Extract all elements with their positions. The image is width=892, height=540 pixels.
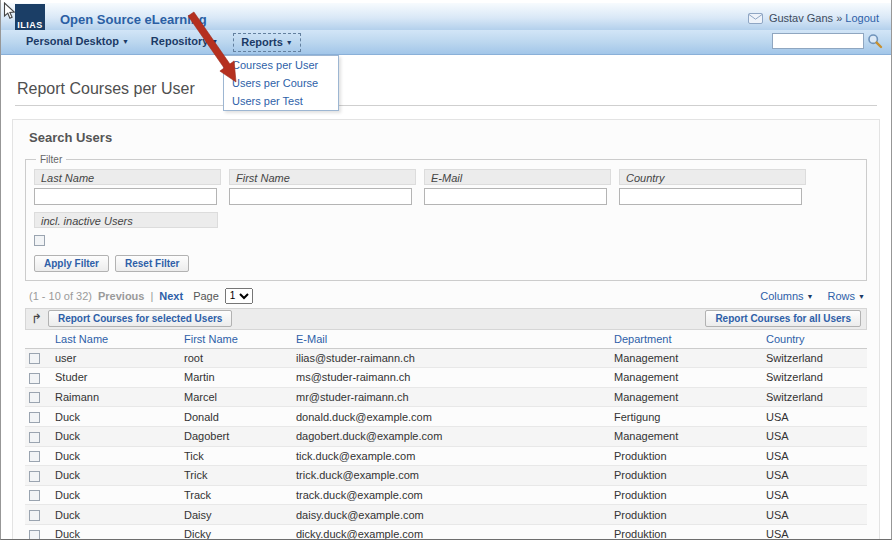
cell-email: mr@studer-raimann.ch	[292, 387, 610, 407]
row-select-checkbox[interactable]	[29, 432, 40, 443]
row-select-checkbox[interactable]	[29, 490, 40, 501]
cell-department: Produktion	[610, 485, 762, 505]
header-department[interactable]: Department	[610, 330, 762, 349]
chevron-down-icon: ▼	[286, 39, 293, 46]
header-first-name[interactable]: First Name	[180, 330, 292, 349]
table-row: Duck Tick tick.duck@example.com Produkti…	[25, 446, 867, 466]
row-select-checkbox[interactable]	[29, 392, 40, 403]
cell-email: dicky.duck@example.com	[292, 524, 610, 540]
apply-to-selected-icon: ↱	[31, 312, 42, 325]
browser-viewport: Open Source eLearning Gustav Gans » Logo…	[0, 0, 892, 540]
cell-email: dagobert.duck@example.com	[292, 426, 610, 446]
cell-first-name: root	[180, 348, 292, 368]
chevron-down-icon: ▼	[122, 38, 129, 45]
reset-filter-button[interactable]: Reset Filter	[115, 255, 189, 272]
table-row: Duck Dagobert dagobert.duck@example.com …	[25, 426, 867, 446]
report-all-users-button[interactable]: Report Courses for all Users	[705, 310, 861, 327]
nav-tab-reports[interactable]: Reports▼	[233, 33, 301, 52]
row-select-checkbox[interactable]	[29, 412, 40, 423]
title-divider	[15, 105, 877, 106]
cell-country: USA	[762, 426, 867, 446]
cell-email: ilias@studer-raimann.ch	[292, 348, 610, 368]
logout-link[interactable]: Logout	[845, 12, 879, 24]
user-separator: »	[836, 12, 842, 24]
table-row: Duck Daisy daisy.duck@example.com Produk…	[25, 505, 867, 525]
pagination-top: (1 - 10 of 32) Previous | Next Page 1 Co…	[29, 288, 865, 304]
cell-country: Switzerland	[762, 348, 867, 368]
pagination-separator: |	[150, 290, 153, 302]
report-panel: Search Users Filter Last Name First Name…	[12, 119, 880, 540]
cell-email: tick.duck@example.com	[292, 446, 610, 466]
page-select[interactable]: 1	[225, 288, 253, 304]
menu-item-users-per-course[interactable]: Users per Course	[224, 74, 338, 92]
pagination-range: (1 - 10 of 32)	[29, 290, 92, 302]
cell-last-name: user	[51, 348, 180, 368]
filter-country-input[interactable]	[619, 188, 802, 205]
cell-first-name: Tick	[180, 446, 292, 466]
app-header: Open Source eLearning Gustav Gans » Logo…	[1, 3, 891, 30]
row-select-checkbox[interactable]	[29, 510, 40, 521]
cell-last-name: Duck	[51, 446, 180, 466]
cell-email: donald.duck@example.com	[292, 407, 610, 427]
cell-email: ms@studer-raimann.ch	[292, 368, 610, 388]
columns-menu[interactable]: Columns▼	[760, 290, 813, 302]
mail-icon[interactable]	[748, 13, 763, 24]
inactive-users-checkbox[interactable]	[34, 235, 45, 246]
filter-label-email: E-Mail	[424, 169, 611, 185]
app-title: Open Source eLearning	[60, 12, 207, 27]
cell-email: trick.duck@example.com	[292, 466, 610, 486]
table-row: Studer Martin ms@studer-raimann.ch Manag…	[25, 368, 867, 388]
report-selected-users-button[interactable]: Report Courses for selected Users	[48, 310, 233, 327]
ilias-logo[interactable]: ILIAS	[15, 4, 45, 33]
section-title: Search Users	[29, 130, 871, 145]
cell-last-name: Duck	[51, 485, 180, 505]
global-search-input[interactable]	[772, 33, 864, 49]
cell-department: Management	[610, 348, 762, 368]
table-row: Duck Track track.duck@example.com Produk…	[25, 485, 867, 505]
cell-country: USA	[762, 524, 867, 540]
filter-last-name-input[interactable]	[34, 188, 217, 205]
filter-first-name-input[interactable]	[229, 188, 412, 205]
pagination-previous: Previous	[98, 290, 144, 302]
apply-filter-button[interactable]: Apply Filter	[34, 255, 109, 272]
nav-tab-label: Personal Desktop	[26, 35, 119, 47]
reports-dropdown-menu: Courses per User Users per Course Users …	[223, 55, 339, 111]
menu-item-users-per-test[interactable]: Users per Test	[224, 92, 338, 110]
row-select-checkbox[interactable]	[29, 451, 40, 462]
cell-department: Fertigung	[610, 407, 762, 427]
header-last-name[interactable]: Last Name	[51, 330, 180, 349]
nav-tab-repository[interactable]: Repository▼	[144, 33, 225, 52]
header-email[interactable]: E-Mail	[292, 330, 610, 349]
users-table: Last Name First Name E-Mail Department C…	[25, 330, 867, 540]
filter-label-last-name: Last Name	[34, 169, 221, 185]
row-select-checkbox[interactable]	[29, 530, 40, 540]
cell-department: Management	[610, 368, 762, 388]
cell-last-name: Raimann	[51, 387, 180, 407]
row-select-checkbox[interactable]	[29, 471, 40, 482]
table-row: Duck Dicky dicky.duck@example.com Produk…	[25, 524, 867, 540]
cell-country: Switzerland	[762, 368, 867, 388]
cell-department: Produktion	[610, 524, 762, 540]
filter-label-country: Country	[619, 169, 806, 185]
page-title: Report Courses per User	[17, 80, 891, 98]
cell-first-name: Martin	[180, 368, 292, 388]
header-country[interactable]: Country	[762, 330, 867, 349]
filter-email-input[interactable]	[424, 188, 607, 205]
cell-department: Management	[610, 426, 762, 446]
cell-first-name: Daisy	[180, 505, 292, 525]
cell-first-name: Dagobert	[180, 426, 292, 446]
table-row: Raimann Marcel mr@studer-raimann.ch Mana…	[25, 387, 867, 407]
row-select-checkbox[interactable]	[29, 353, 40, 364]
cell-country: USA	[762, 485, 867, 505]
menu-item-courses-per-user[interactable]: Courses per User	[224, 56, 338, 74]
cell-last-name: Duck	[51, 426, 180, 446]
cell-department: Produktion	[610, 446, 762, 466]
chevron-down-icon: ▼	[211, 38, 218, 45]
nav-tab-personal-desktop[interactable]: Personal Desktop▼	[19, 33, 136, 52]
rows-menu[interactable]: Rows▼	[828, 290, 865, 302]
logged-in-user: Gustav Gans	[769, 12, 833, 24]
table-row: Duck Trick trick.duck@example.com Produk…	[25, 466, 867, 486]
pagination-next[interactable]: Next	[159, 290, 183, 302]
search-icon[interactable]	[867, 33, 883, 49]
row-select-checkbox[interactable]	[29, 373, 40, 384]
